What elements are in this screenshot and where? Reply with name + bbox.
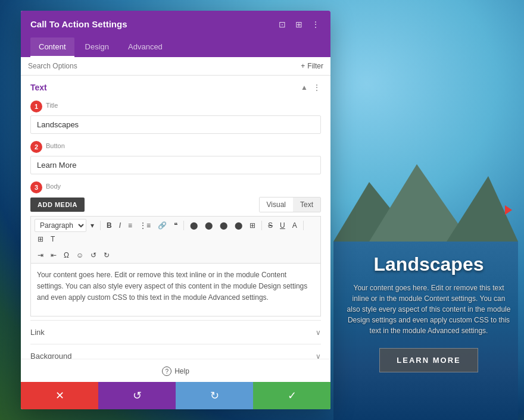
strikethrough-button[interactable]: S (265, 220, 276, 231)
section-menu-icon[interactable]: ⋮ (313, 83, 321, 92)
visual-text-tabs: Visual Text (259, 197, 321, 212)
modal-panel: Call To Action Settings ⊡ ⊞ ⋮ Content De… (21, 11, 330, 409)
bold-button[interactable]: B (104, 220, 115, 231)
clear-format-button[interactable]: T (48, 233, 58, 245)
link-section-header[interactable]: Link ∨ (30, 321, 321, 344)
cancel-button[interactable]: ✕ (21, 382, 98, 409)
tab-text[interactable]: Text (293, 198, 320, 212)
link-label: Link (30, 328, 45, 337)
blockquote-button[interactable]: ❝ (171, 220, 180, 231)
background-section: Background ∨ (30, 344, 321, 359)
background-section-header[interactable]: Background ∨ (30, 344, 321, 359)
ordered-list-button[interactable]: ⋮≡ (136, 220, 154, 231)
italic-button[interactable]: I (116, 220, 124, 231)
toolbar-divider-2 (183, 221, 184, 230)
preview-content: Landscapes Your content goes here. Edit … (345, 253, 512, 372)
modal-body: Text ▲ ⋮ 1 Title 2 Button 3 (21, 76, 330, 359)
background-label: Background (30, 352, 71, 359)
outdent-button[interactable]: ⇤ (48, 249, 60, 261)
indent-button[interactable]: ⇥ (35, 249, 46, 261)
paste-text-button[interactable]: ⊞ (35, 233, 46, 245)
title-field-group: 1 Title (21, 97, 330, 137)
badge-1: 1 (30, 101, 42, 112)
modal-tabs: Content Design Advanced (21, 37, 330, 57)
align-center-button[interactable]: ⬤ (202, 220, 216, 231)
button-label: Button (46, 142, 65, 149)
align-left-button[interactable]: ⬤ (187, 220, 201, 231)
text-section-header: Text ▲ ⋮ (21, 76, 330, 97)
chevron-down-icon[interactable]: ▾ (88, 220, 97, 231)
tab-visual[interactable]: Visual (260, 198, 293, 212)
badge-3: 3 (30, 181, 42, 193)
more-options-icon[interactable]: ⋮ (310, 20, 321, 29)
reset-button[interactable]: ↺ (98, 382, 176, 409)
redo-button[interactable]: ↻ (176, 382, 253, 409)
toolbar-divider-3 (261, 221, 262, 230)
editor-toolbar-top: ADD MEDIA Visual Text (30, 197, 321, 212)
link-section: Link ∨ (30, 320, 321, 344)
button-input[interactable] (30, 156, 321, 174)
add-media-button[interactable]: ADD MEDIA (30, 198, 85, 212)
special-char-button[interactable]: Ω (61, 249, 72, 261)
modal-header: Call To Action Settings ⊡ ⊞ ⋮ (21, 11, 330, 37)
search-input[interactable] (28, 62, 301, 70)
filter-label: Filter (307, 62, 323, 70)
button-field-group: 2 Button (21, 137, 330, 178)
unordered-list-button[interactable]: ≡ (125, 220, 135, 231)
toolbar-divider-4 (303, 221, 304, 230)
tab-advanced[interactable]: Advanced (120, 37, 171, 57)
paragraph-select[interactable]: Paragraph (35, 219, 86, 232)
emoji-button[interactable]: ☺ (73, 249, 86, 261)
toolbar-divider-1 (100, 221, 101, 230)
preview-title: Landscapes (345, 253, 512, 275)
text-section-title: Text (30, 83, 47, 92)
body-label: Body (46, 183, 61, 190)
underline-button[interactable]: U (277, 220, 288, 231)
filter-button[interactable]: + Filter (301, 62, 323, 70)
red-arrow-indicator (505, 205, 512, 215)
editor-toolbar-row2: ⇥ ⇤ Ω ☺ ↺ ↻ (30, 247, 321, 263)
save-button[interactable]: ✓ (253, 382, 330, 409)
fullscreen-icon[interactable]: ⊡ (277, 20, 288, 29)
tab-design[interactable]: Design (77, 37, 117, 57)
preview-button[interactable]: LEARN MORE (379, 348, 478, 372)
search-bar: + Filter (21, 57, 330, 76)
badge-2: 2 (30, 141, 42, 153)
background-chevron-icon: ∨ (316, 352, 321, 359)
help-link[interactable]: ? Help (162, 366, 189, 376)
title-label: Title (46, 102, 58, 109)
split-icon[interactable]: ⊞ (294, 20, 304, 29)
header-icons: ⊡ ⊞ ⋮ (277, 20, 321, 29)
section-collapse-icon[interactable]: ▲ (301, 83, 308, 92)
help-section: ? Help (21, 359, 330, 383)
modal-title: Call To Action Settings (30, 19, 127, 29)
filter-plus-icon: + (301, 62, 305, 70)
undo-button[interactable]: ↺ (88, 249, 99, 261)
body-editor-content[interactable]: Your content goes here. Edit or remove t… (30, 263, 321, 316)
title-input[interactable] (30, 115, 321, 134)
help-icon: ? (162, 366, 171, 376)
action-bar: ✕ ↺ ↻ ✓ (21, 382, 330, 409)
align-right-button[interactable]: ⬤ (217, 220, 230, 231)
link-button[interactable]: 🔗 (155, 220, 170, 231)
tab-content[interactable]: Content (30, 37, 74, 57)
help-label: Help (174, 367, 189, 375)
align-justify-button[interactable]: ⬤ (232, 220, 245, 231)
text-color-button[interactable]: A (289, 220, 300, 231)
editor-toolbar-row1: Paragraph ▾ B I ≡ ⋮≡ 🔗 ❝ ⬤ ⬤ ⬤ ⬤ ⊞ S U A (30, 216, 321, 247)
body-editor-area: 3 Body ADD MEDIA Visual Text Paragraph ▾… (21, 178, 330, 320)
link-chevron-icon: ∨ (316, 328, 321, 337)
table-button[interactable]: ⊞ (247, 220, 258, 231)
redo-toolbar-button[interactable]: ↻ (101, 249, 113, 261)
preview-body: Your content goes here. Edit or remove t… (345, 283, 512, 336)
section-actions: ▲ ⋮ (301, 83, 321, 92)
